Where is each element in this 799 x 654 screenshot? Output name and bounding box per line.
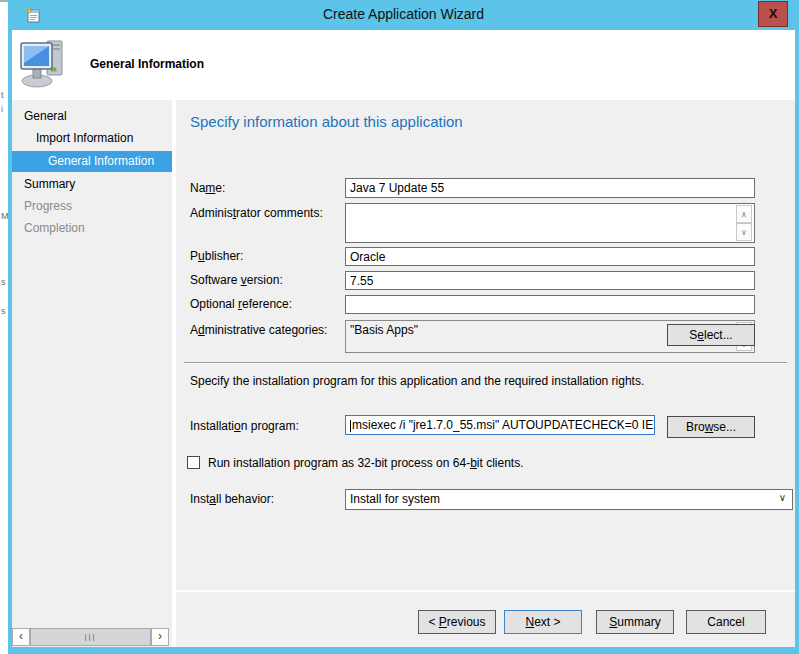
cancel-button[interactable]: Cancel xyxy=(686,610,766,634)
publisher-input[interactable]: Oracle xyxy=(345,247,755,266)
select-button[interactable]: Select... xyxy=(667,324,755,346)
wizard-header: General Information xyxy=(12,30,795,96)
computer-icon xyxy=(20,39,68,89)
footer-divider xyxy=(176,590,795,592)
bg-text-fragment: s xyxy=(1,306,6,316)
publisher-label: Publisher: xyxy=(190,249,243,263)
administrator-comments-textarea[interactable] xyxy=(345,203,755,243)
close-button[interactable]: X xyxy=(758,1,788,27)
name-input[interactable]: Java 7 Update 55 xyxy=(345,178,755,198)
name-label: Name: xyxy=(190,181,225,195)
browse-button[interactable]: Browse... xyxy=(667,416,755,438)
wizard-page-title: General Information xyxy=(90,57,204,71)
optional-reference-input[interactable] xyxy=(345,295,755,314)
create-application-wizard-dialog: Create Application Wizard X xyxy=(8,0,799,654)
text-caret xyxy=(350,420,351,432)
dialog-client-area: General Information General Import Infor… xyxy=(12,30,795,647)
nav-item-import-information[interactable]: Import Information xyxy=(12,128,172,149)
install-behavior-dropdown[interactable]: Install for system ∨ xyxy=(345,489,793,510)
nav-horizontal-scrollbar[interactable]: ‹ ||| › xyxy=(12,628,169,646)
scroll-left-icon[interactable]: ‹ xyxy=(12,628,30,646)
scrollbar-thumb[interactable]: ||| xyxy=(30,628,151,646)
titlebar[interactable]: Create Application Wizard X xyxy=(8,0,799,30)
bg-text-fragment: i xyxy=(1,104,3,114)
nav-item-general[interactable]: General xyxy=(12,106,172,127)
administrative-categories-label: Administrative categories: xyxy=(190,323,327,337)
previous-button[interactable]: < Previous xyxy=(418,610,496,634)
wizard-content-pane: Specify information about this applicati… xyxy=(176,100,795,647)
chevron-down-icon: ∨ xyxy=(779,492,786,503)
software-version-input[interactable]: 7.55 xyxy=(345,271,755,290)
software-version-label: Software version: xyxy=(190,273,283,287)
nav-item-progress: Progress xyxy=(12,196,172,217)
installation-program-input[interactable]: msiexec /i "jre1.7.0_55.msi" AUTOUPDATEC… xyxy=(345,415,655,435)
scroll-right-icon[interactable]: › xyxy=(151,628,169,646)
next-button[interactable]: Next > xyxy=(504,610,582,634)
page-heading: Specify information about this applicati… xyxy=(190,113,463,130)
nav-item-completion: Completion xyxy=(12,218,172,239)
optional-reference-label: Optional reference: xyxy=(190,297,292,311)
nav-item-general-information[interactable]: General Information xyxy=(12,151,172,172)
bg-text-fragment: s xyxy=(1,277,6,287)
run-32bit-label: Run installation program as 32-bit proce… xyxy=(208,456,524,470)
chevron-up-icon[interactable]: ∧ xyxy=(736,205,752,223)
background-window-sliver: t i M s s xyxy=(0,0,8,654)
installation-program-label: Installation program: xyxy=(190,419,299,433)
screen: t i M s s Create Application Wizard X xyxy=(0,0,799,654)
install-behavior-label: Install behavior: xyxy=(190,492,274,506)
wizard-nav-pane: General Import Information General Infor… xyxy=(12,100,172,647)
wizard-body: General Import Information General Infor… xyxy=(12,96,795,647)
administrator-comments-label: Administrator comments: xyxy=(190,206,323,220)
chevron-down-icon[interactable]: ∨ xyxy=(736,223,752,241)
summary-button[interactable]: Summary xyxy=(596,610,674,634)
section-divider xyxy=(184,362,787,364)
window-title: Create Application Wizard xyxy=(8,6,799,22)
nav-item-summary[interactable]: Summary xyxy=(12,174,172,195)
bg-text-fragment: t xyxy=(1,90,4,100)
installation-section-text: Specify the installation program for thi… xyxy=(190,374,644,388)
run-32bit-checkbox[interactable] xyxy=(187,456,200,469)
